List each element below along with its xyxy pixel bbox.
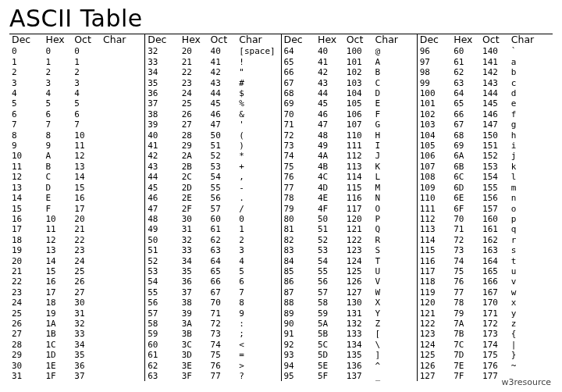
cell-oct: 135: [347, 350, 375, 360]
cell-oct: 160: [482, 214, 511, 224]
col-header-dec: Dec: [284, 34, 318, 46]
cell-dec: 87: [284, 287, 318, 298]
cell-char: C: [375, 78, 414, 88]
cell-dec: 125: [420, 350, 454, 360]
cell-hex: 75: [454, 266, 482, 276]
cell-hex: 72: [454, 235, 482, 245]
cell-hex: 12: [45, 235, 74, 245]
table-row: 231727: [12, 287, 142, 298]
cell-hex: 77: [454, 287, 482, 298]
cell-dec: 117: [420, 266, 454, 276]
table-row: 935D135]: [284, 350, 414, 360]
table-row: 7248110H: [284, 130, 414, 141]
cell-oct: 75: [211, 350, 240, 360]
cell-oct: 166: [482, 276, 511, 287]
cell-dec: 66: [284, 67, 318, 77]
cell-oct: 73: [211, 329, 240, 339]
cell-hex: 5B: [318, 329, 347, 339]
cell-char: [103, 98, 142, 109]
cell-oct: 102: [347, 67, 375, 77]
cell-dec: 35: [148, 78, 181, 88]
table-row: 1106E156n: [420, 193, 550, 203]
cell-dec: 99: [420, 78, 454, 88]
cell-hex: 15: [45, 266, 74, 276]
cell-char: R: [375, 235, 414, 245]
cell-hex: 1A: [45, 319, 74, 329]
cell-char: ": [239, 67, 278, 77]
cell-char: b: [511, 67, 550, 77]
cell-hex: 70: [454, 214, 482, 224]
cell-dec: 49: [148, 224, 181, 234]
cell-char: [space]: [239, 46, 278, 56]
table-row: 161020: [12, 214, 142, 224]
cell-dec: 80: [284, 214, 318, 224]
cell-hex: 11: [45, 224, 74, 234]
cell-dec: 48: [148, 214, 181, 224]
cell-char: ,: [239, 172, 278, 182]
cell-hex: 24: [182, 88, 211, 98]
cell-hex: 2A: [182, 151, 211, 161]
cell-oct: 127: [347, 287, 375, 298]
cell-char: J: [375, 151, 414, 161]
cell-char: P: [375, 214, 414, 224]
cell-oct: 66: [211, 276, 240, 287]
cell-hex: 1F: [45, 371, 74, 381]
cell-hex: 6F: [454, 204, 482, 214]
cell-dec: 60: [148, 340, 181, 350]
cell-hex: 31: [182, 224, 211, 234]
cell-hex: 5C: [318, 340, 347, 350]
cell-hex: 79: [454, 308, 482, 319]
cell-oct: 125: [347, 266, 375, 276]
cell-dec: 64: [284, 46, 318, 56]
table-row: 6541101A: [284, 57, 414, 67]
cell-dec: 68: [284, 88, 318, 98]
cell-dec: 12: [12, 172, 45, 182]
table-row: 5133633: [148, 245, 278, 255]
cell-oct: 150: [482, 130, 511, 141]
cell-char: s: [511, 245, 550, 255]
cell-hex: 25: [182, 98, 211, 109]
cell-hex: 78: [454, 298, 482, 308]
cell-dec: 95: [284, 371, 318, 381]
cell-char: [103, 287, 142, 298]
cell-char: [103, 245, 142, 255]
cell-dec: 67: [284, 78, 318, 88]
table-row: 593B73;: [148, 329, 278, 339]
cell-char: h: [511, 130, 550, 141]
cell-oct: 27: [74, 287, 103, 298]
cell-dec: 94: [284, 361, 318, 371]
cell-oct: 70: [211, 298, 240, 308]
cell-oct: 144: [482, 88, 511, 98]
cell-char: O: [375, 204, 414, 214]
table-row: 1096D155m: [420, 183, 550, 193]
col-header-hex: Hex: [454, 34, 482, 46]
cell-oct: 120: [347, 214, 375, 224]
cell-dec: 14: [12, 193, 45, 203]
cell-hex: 7F: [454, 371, 482, 381]
cell-oct: 153: [482, 162, 511, 172]
cell-char: N: [375, 193, 414, 203]
cell-char: u: [511, 266, 550, 276]
cell-dec: 34: [148, 67, 181, 77]
cell-hex: 40: [318, 46, 347, 56]
cell-dec: 7: [12, 119, 45, 130]
cell-hex: 2F: [182, 204, 211, 214]
table-row: 6743103C: [284, 78, 414, 88]
cell-dec: 123: [420, 329, 454, 339]
col-header-hex: Hex: [318, 34, 347, 46]
col-header-hex: Hex: [182, 34, 211, 46]
table-row: 754B113K: [284, 162, 414, 172]
cell-dec: 121: [420, 308, 454, 319]
cell-hex: 18: [45, 298, 74, 308]
cell-hex: 2E: [182, 193, 211, 203]
cell-oct: 77: [211, 371, 240, 381]
cell-oct: 55: [211, 183, 240, 193]
cell-oct: 151: [482, 141, 511, 151]
cell-char: a: [511, 57, 550, 67]
cell-char: I: [375, 141, 414, 151]
cell-dec: 102: [420, 109, 454, 119]
cell-dec: 17: [12, 224, 45, 234]
cell-char: k: [511, 162, 550, 172]
table-row: 9660140`: [420, 46, 550, 56]
cell-hex: 47: [318, 119, 347, 130]
